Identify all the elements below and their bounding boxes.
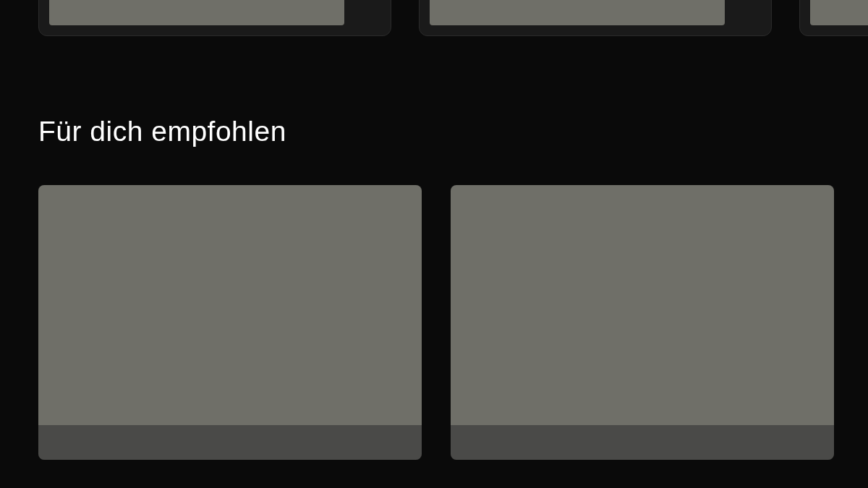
recommended-card-row: [0, 185, 868, 460]
card-thumbnail-placeholder: [451, 185, 834, 425]
recommended-card[interactable]: [451, 185, 834, 460]
card-footer-placeholder: [451, 425, 834, 460]
card-thumbnail-placeholder: [430, 0, 725, 25]
card-footer-placeholder: [38, 425, 422, 460]
section-title-recommended: Für dich empfohlen: [0, 116, 868, 147]
content-card[interactable]: [799, 0, 868, 36]
recommended-card[interactable]: [38, 185, 422, 460]
card-thumbnail-placeholder: [49, 0, 344, 25]
content-card[interactable]: [419, 0, 772, 36]
top-card-row: [0, 0, 868, 36]
card-thumbnail-placeholder: [810, 0, 868, 25]
card-thumbnail-placeholder: [38, 185, 422, 425]
content-card[interactable]: [38, 0, 391, 36]
